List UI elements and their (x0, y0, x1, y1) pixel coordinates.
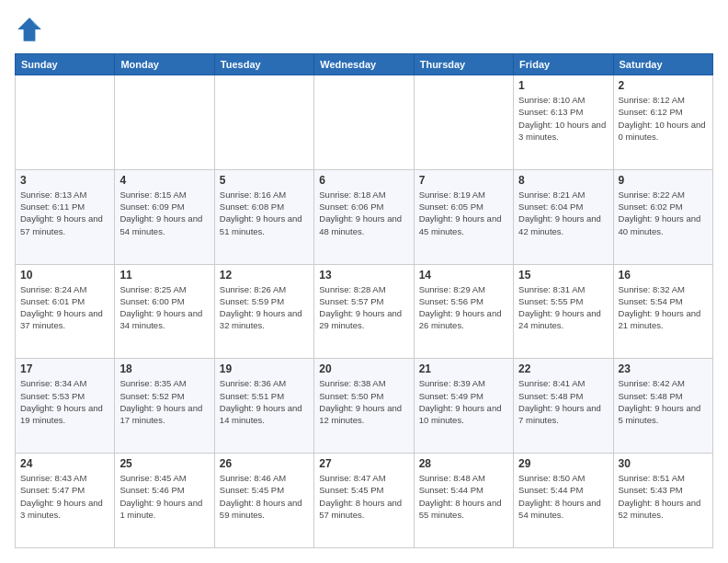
day-info: Sunrise: 8:13 AMSunset: 6:11 PMDaylight:… (20, 189, 109, 237)
day-number: 15 (518, 269, 608, 282)
calendar-header-sunday: Sunday (16, 54, 115, 75)
calendar-cell-2-6: 8Sunrise: 8:21 AMSunset: 6:04 PMDaylight… (514, 169, 613, 264)
calendar-cell-1-7: 2Sunrise: 8:12 AMSunset: 6:12 PMDaylight… (613, 75, 712, 170)
logo (15, 15, 48, 44)
day-info: Sunrise: 8:21 AMSunset: 6:04 PMDaylight:… (518, 189, 608, 237)
logo-icon (15, 15, 44, 44)
calendar-week-4: 17Sunrise: 8:34 AMSunset: 5:53 PMDayligh… (16, 359, 713, 454)
day-info: Sunrise: 8:42 AMSunset: 5:48 PMDaylight:… (619, 377, 708, 426)
day-info: Sunrise: 8:48 AMSunset: 5:44 PMDaylight:… (419, 472, 508, 521)
calendar-cell-3-6: 15Sunrise: 8:31 AMSunset: 5:55 PMDayligh… (514, 264, 613, 359)
day-number: 23 (619, 362, 708, 375)
day-number: 30 (619, 457, 708, 470)
day-info: Sunrise: 8:22 AMSunset: 6:02 PMDaylight:… (619, 189, 708, 237)
day-number: 4 (119, 174, 209, 187)
day-info: Sunrise: 8:45 AMSunset: 5:46 PMDaylight:… (119, 472, 209, 521)
calendar-cell-4-1: 17Sunrise: 8:34 AMSunset: 5:53 PMDayligh… (16, 359, 115, 454)
day-number: 9 (619, 174, 708, 187)
day-number: 5 (220, 174, 309, 187)
calendar-header-thursday: Thursday (414, 54, 513, 75)
day-number: 26 (220, 457, 309, 470)
day-number: 20 (319, 362, 408, 375)
calendar-cell-5-2: 25Sunrise: 8:45 AMSunset: 5:46 PMDayligh… (115, 454, 214, 548)
calendar-cell-3-5: 14Sunrise: 8:29 AMSunset: 5:56 PMDayligh… (414, 264, 513, 359)
calendar-cell-3-7: 16Sunrise: 8:32 AMSunset: 5:54 PMDayligh… (613, 264, 712, 359)
day-info: Sunrise: 8:43 AMSunset: 5:47 PMDaylight:… (20, 472, 109, 521)
day-info: Sunrise: 8:19 AMSunset: 6:05 PMDaylight:… (419, 189, 508, 237)
calendar-header-friday: Friday (514, 54, 613, 75)
day-number: 17 (20, 362, 109, 375)
day-number: 13 (319, 269, 408, 282)
day-number: 11 (119, 269, 209, 282)
day-info: Sunrise: 8:29 AMSunset: 5:56 PMDaylight:… (419, 283, 508, 332)
calendar-week-1: 1Sunrise: 8:10 AMSunset: 6:13 PMDaylight… (16, 75, 713, 170)
calendar-cell-2-7: 9Sunrise: 8:22 AMSunset: 6:02 PMDaylight… (613, 169, 712, 264)
calendar-cell-3-4: 13Sunrise: 8:28 AMSunset: 5:57 PMDayligh… (314, 264, 414, 359)
day-info: Sunrise: 8:46 AMSunset: 5:45 PMDaylight:… (220, 472, 309, 521)
calendar-cell-4-3: 19Sunrise: 8:36 AMSunset: 5:51 PMDayligh… (214, 359, 313, 454)
day-info: Sunrise: 8:39 AMSunset: 5:49 PMDaylight:… (419, 377, 508, 426)
calendar-cell-1-4 (314, 75, 414, 170)
calendar-cell-3-3: 12Sunrise: 8:26 AMSunset: 5:59 PMDayligh… (214, 264, 313, 359)
calendar-header-wednesday: Wednesday (314, 54, 414, 75)
day-number: 27 (319, 457, 408, 470)
day-number: 16 (619, 269, 708, 282)
day-info: Sunrise: 8:28 AMSunset: 5:57 PMDaylight:… (319, 283, 408, 332)
calendar-week-5: 24Sunrise: 8:43 AMSunset: 5:47 PMDayligh… (16, 454, 713, 548)
calendar-cell-5-7: 30Sunrise: 8:51 AMSunset: 5:43 PMDayligh… (613, 454, 712, 548)
calendar-cell-2-1: 3Sunrise: 8:13 AMSunset: 6:11 PMDaylight… (16, 169, 115, 264)
calendar-cell-4-6: 22Sunrise: 8:41 AMSunset: 5:48 PMDayligh… (514, 359, 613, 454)
calendar-cell-4-4: 20Sunrise: 8:38 AMSunset: 5:50 PMDayligh… (314, 359, 414, 454)
calendar-cell-1-2 (115, 75, 214, 170)
day-info: Sunrise: 8:50 AMSunset: 5:44 PMDaylight:… (518, 472, 608, 521)
calendar-cell-5-6: 29Sunrise: 8:50 AMSunset: 5:44 PMDayligh… (514, 454, 613, 548)
day-number: 6 (319, 174, 408, 187)
day-number: 24 (20, 457, 109, 470)
calendar-cell-5-4: 27Sunrise: 8:47 AMSunset: 5:45 PMDayligh… (314, 454, 414, 548)
day-info: Sunrise: 8:32 AMSunset: 5:54 PMDaylight:… (619, 283, 708, 332)
day-info: Sunrise: 8:16 AMSunset: 6:08 PMDaylight:… (220, 189, 309, 237)
svg-marker-0 (17, 17, 41, 41)
calendar-table: SundayMondayTuesdayWednesdayThursdayFrid… (15, 53, 713, 548)
calendar-cell-1-1 (16, 75, 115, 170)
day-number: 28 (419, 457, 508, 470)
calendar-week-3: 10Sunrise: 8:24 AMSunset: 6:01 PMDayligh… (16, 264, 713, 359)
calendar-header-row: SundayMondayTuesdayWednesdayThursdayFrid… (16, 54, 713, 75)
day-info: Sunrise: 8:36 AMSunset: 5:51 PMDaylight:… (220, 377, 309, 426)
calendar-header-monday: Monday (115, 54, 214, 75)
calendar-week-2: 3Sunrise: 8:13 AMSunset: 6:11 PMDaylight… (16, 169, 713, 264)
calendar-cell-1-3 (214, 75, 313, 170)
day-number: 12 (220, 269, 309, 282)
day-number: 1 (518, 79, 608, 92)
calendar-cell-4-7: 23Sunrise: 8:42 AMSunset: 5:48 PMDayligh… (613, 359, 712, 454)
day-number: 10 (20, 269, 109, 282)
calendar-cell-1-5 (414, 75, 513, 170)
day-number: 21 (419, 362, 508, 375)
calendar-cell-1-6: 1Sunrise: 8:10 AMSunset: 6:13 PMDaylight… (514, 75, 613, 170)
day-info: Sunrise: 8:12 AMSunset: 6:12 PMDaylight:… (619, 94, 708, 143)
calendar-cell-5-1: 24Sunrise: 8:43 AMSunset: 5:47 PMDayligh… (16, 454, 115, 548)
day-number: 2 (619, 79, 708, 92)
day-info: Sunrise: 8:41 AMSunset: 5:48 PMDaylight:… (518, 377, 608, 426)
day-info: Sunrise: 8:26 AMSunset: 5:59 PMDaylight:… (220, 283, 309, 332)
calendar-header-saturday: Saturday (613, 54, 712, 75)
day-number: 25 (119, 457, 209, 470)
day-number: 3 (20, 174, 109, 187)
calendar-cell-4-2: 18Sunrise: 8:35 AMSunset: 5:52 PMDayligh… (115, 359, 214, 454)
day-info: Sunrise: 8:38 AMSunset: 5:50 PMDaylight:… (319, 377, 408, 426)
day-number: 29 (518, 457, 608, 470)
day-number: 18 (119, 362, 209, 375)
day-number: 14 (419, 269, 508, 282)
day-info: Sunrise: 8:51 AMSunset: 5:43 PMDaylight:… (619, 472, 708, 521)
calendar-cell-3-2: 11Sunrise: 8:25 AMSunset: 6:00 PMDayligh… (115, 264, 214, 359)
calendar-cell-5-5: 28Sunrise: 8:48 AMSunset: 5:44 PMDayligh… (414, 454, 513, 548)
calendar-header-tuesday: Tuesday (214, 54, 313, 75)
calendar-cell-4-5: 21Sunrise: 8:39 AMSunset: 5:49 PMDayligh… (414, 359, 513, 454)
day-info: Sunrise: 8:31 AMSunset: 5:55 PMDaylight:… (518, 283, 608, 332)
header (15, 15, 713, 44)
calendar-cell-2-5: 7Sunrise: 8:19 AMSunset: 6:05 PMDaylight… (414, 169, 513, 264)
day-info: Sunrise: 8:10 AMSunset: 6:13 PMDaylight:… (518, 94, 608, 143)
page: SundayMondayTuesdayWednesdayThursdayFrid… (0, 0, 728, 563)
day-number: 22 (518, 362, 608, 375)
calendar-cell-2-4: 6Sunrise: 8:18 AMSunset: 6:06 PMDaylight… (314, 169, 414, 264)
